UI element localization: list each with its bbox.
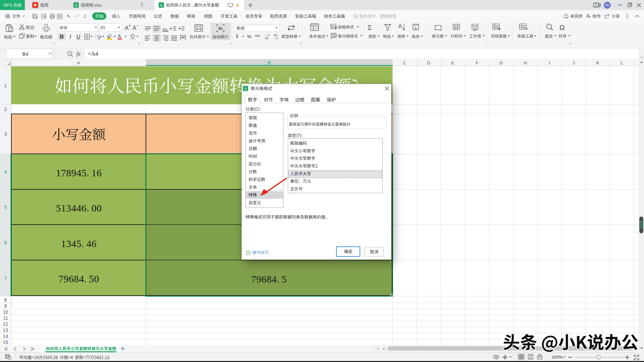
svg-text:→.0: →.0: [273, 37, 278, 40]
svg-text:.00: .00: [264, 37, 268, 40]
svg-text:,: ,: [256, 37, 257, 40]
svg-text:S: S: [244, 87, 247, 91]
svg-text:S: S: [75, 3, 77, 7]
svg-text:2: 2: [595, 3, 597, 7]
svg-text:A: A: [125, 25, 129, 31]
svg-text:S: S: [160, 3, 162, 7]
svg-text:000: 000: [255, 34, 260, 38]
svg-text:A: A: [118, 33, 121, 39]
svg-text:¥: ¥: [236, 34, 238, 39]
svg-text:A: A: [132, 25, 137, 31]
svg-text:%: %: [247, 34, 251, 39]
svg-text:Σ: Σ: [368, 23, 372, 32]
svg-text:Ω: Ω: [559, 23, 565, 31]
